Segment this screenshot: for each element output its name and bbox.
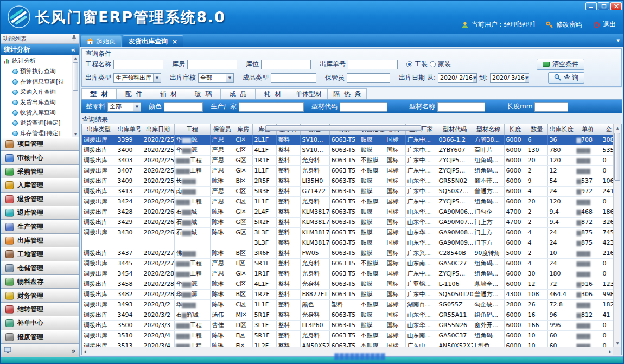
radio-jiazhuang[interactable] (430, 61, 436, 67)
column-header[interactable]: 型材代码 (437, 124, 473, 135)
audit-select[interactable]: 全部▼ (198, 73, 234, 83)
column-header[interactable]: 保管员 (210, 124, 234, 135)
table-row[interactable]: 调拨出库33992020/2/25华▆▆源严思C区2L1F整料SV10...60… (82, 135, 613, 145)
tab-home[interactable]: 起始页 (81, 35, 122, 47)
length-input[interactable] (534, 102, 568, 112)
profile-code-input[interactable] (340, 102, 387, 112)
material-tab[interactable]: 单体型材 (290, 88, 327, 99)
material-tab[interactable]: 耗 材 (255, 88, 290, 99)
tab-list-dropdown-icon[interactable]: ▾ (616, 37, 620, 44)
scroll-thumb[interactable] (73, 62, 78, 91)
material-tab[interactable]: 隔 热 条 (327, 88, 367, 99)
column-header[interactable]: 出库类型 (82, 124, 116, 135)
column-header[interactable]: 出库日期 (142, 124, 174, 135)
table-row[interactable]: 调拨出库34452020/2/27▆▆▆工程严思F区5R1F整料光身料6063-… (82, 258, 613, 269)
table-row[interactable]: 调拨出库34292020/2/26石▆▆城陈琳G区5R2F整料KLM381760… (82, 217, 613, 227)
table-row[interactable]: 调拨出库34942020/3/2石▆辉城汤伟M区5R1F整料光身料6063-T5… (82, 310, 613, 320)
material-tab[interactable]: 玻 璃 (186, 88, 220, 99)
radio-jiazhuang-label[interactable]: 家装 (438, 60, 451, 69)
column-header[interactable]: 库房 (234, 124, 252, 135)
tree-scrollbar[interactable]: ▲ ▼ (72, 55, 79, 137)
radio-gongzhuang-label[interactable]: 工装 (415, 60, 428, 69)
column-header[interactable]: 型材名称 (473, 124, 504, 135)
scroll-right-icon[interactable]: ▶ (609, 349, 612, 353)
radio-gongzhuang[interactable] (406, 61, 412, 67)
color-input[interactable] (164, 102, 203, 112)
module-audit[interactable]: 审核中心 (1, 151, 79, 164)
table-row[interactable]: 调拨出库34092020/2/25长▆▆▆陈琳B区2R5F整料LI35H0606… (82, 176, 613, 186)
warehouse-input[interactable] (187, 60, 237, 69)
horizontal-scroll-thumb[interactable] (265, 125, 422, 131)
scroll-down-icon[interactable]: ▼ (616, 341, 619, 345)
table-row[interactable]: 调拨出库34582020/2/28华▆▆源陈琳C区4L1F整料光身料6063-T… (82, 279, 613, 289)
material-tab[interactable]: 配 件 (116, 88, 151, 99)
scroll-down-icon[interactable]: ▼ (74, 132, 77, 136)
more-buttons-chevron[interactable]: » (71, 347, 75, 355)
sidebar-section-header[interactable]: 统计分析 « (1, 44, 79, 55)
tree-item[interactable]: 发货出库查询 (2, 97, 71, 107)
computer-icon[interactable] (4, 347, 11, 355)
column-header[interactable]: 单价 (575, 124, 601, 135)
tab-close-icon[interactable]: × (172, 38, 177, 46)
date-to-select[interactable]: 2020/ 3/16▼ (490, 73, 529, 83)
tree-item[interactable]: 收货入库查询 (2, 107, 71, 118)
table-row[interactable]: 调拨出库34822020/2/28华▆▆源陈琳B区1R2F整料F8877FT60… (82, 289, 613, 299)
pin-icon[interactable] (72, 35, 77, 43)
module-production[interactable]: 生产管理 (1, 220, 79, 233)
table-row[interactable]: 调拨出库35002020/3/3▆▆▆工程曹佳D区3L1F整料LT3P60606… (82, 320, 613, 330)
module-finance[interactable]: 财务管理 (1, 289, 79, 302)
column-header[interactable]: 出库长度 (547, 124, 575, 135)
scroll-up-icon[interactable]: ▲ (616, 126, 619, 130)
tree-item[interactable]: 退货查询[待定] (2, 118, 71, 128)
module-project[interactable]: 项目管理 (1, 137, 79, 151)
minimize-button[interactable] (585, 2, 597, 10)
tree-item[interactable]: 在途信息查询[待 (2, 76, 71, 87)
project-name-input[interactable] (113, 60, 163, 69)
close-button[interactable] (610, 2, 622, 10)
module-scrap[interactable]: 报废管理 (1, 330, 79, 344)
module-purchase[interactable]: 采购管理 (1, 165, 79, 178)
order-no-input[interactable] (348, 60, 398, 69)
material-tab[interactable]: 辅 材 (151, 88, 186, 99)
material-tab[interactable]: 成 品 (220, 88, 255, 99)
tree-item[interactable]: 预算执行查询 (2, 66, 71, 76)
column-header[interactable]: 出库单号 (116, 124, 142, 135)
table-row[interactable]: 调拨出库34032020/2/25▆▆▆工程严思G区1R1F整料光身料6063-… (82, 155, 613, 165)
scroll-left-icon[interactable]: ◀ (84, 349, 86, 353)
profile-name-input[interactable] (437, 102, 485, 112)
tree-root-statistics[interactable]: 统计分析 (2, 56, 71, 66)
module-inbound[interactable]: 入库管理 (1, 178, 79, 192)
scroll-up-icon[interactable]: ▲ (74, 56, 77, 60)
table-row[interactable]: 调拨出库35102020/3/4▆▆▆工程陈琳F区5R1F整料光身料6063-T… (82, 330, 613, 341)
table-row[interactable]: 3L3F整料KLM38176063-T5贴膜国标山东华...GA90M09...… (82, 238, 613, 248)
change-password-link[interactable]: 修改密码 (556, 20, 582, 29)
table-row[interactable]: 调拨出库34302020/2/26石▆▆城陈琳G区3L3F整料KLM381760… (82, 227, 613, 238)
table-row[interactable]: 调拨出库34002020/2/25华▆▆源严思C区4L1F整料SV10...60… (82, 145, 613, 155)
module-return-store[interactable]: 退库管理 (1, 206, 79, 220)
date-from-select[interactable]: 2020/ 2/16▼ (438, 73, 477, 83)
table-row[interactable]: 调拨出库34542020/2/28▆▆▆工程严思G区1R1F整料光身料6063-… (82, 269, 613, 279)
keeper-input[interactable] (347, 73, 390, 83)
manufacturer-input[interactable] (239, 102, 304, 112)
tree-item[interactable]: 库存管理[待定] (2, 128, 71, 137)
column-header[interactable]: 数量 (526, 124, 547, 135)
material-tab[interactable]: 型 材 (81, 88, 116, 99)
vertical-scroll-thumb[interactable] (614, 133, 620, 181)
table-row[interactable]: 调拨出库34072020/2/25▆▆▆工程严思G区1L1F整料光身料6063-… (82, 165, 613, 176)
clear-conditions-button[interactable]: 清空条件 (537, 59, 584, 70)
column-header[interactable]: 长度 (504, 124, 526, 135)
table-row[interactable]: 调拨出库34372020/2/27佛▆▆▆陈琳B区3R6F整料FW056063-… (82, 248, 613, 258)
module-carryover[interactable]: 结转管理 (1, 303, 79, 316)
module-supplement[interactable]: 补单中心 (1, 316, 79, 330)
search-button[interactable]: 查 询 (548, 72, 584, 84)
collapse-icon[interactable]: « (71, 46, 75, 54)
module-outbound[interactable]: 出库管理 (1, 234, 79, 247)
out-type-select[interactable]: 生产领料出库▼ (113, 73, 161, 83)
column-header[interactable]: 金 (601, 124, 613, 135)
column-header[interactable]: 工程 (174, 124, 210, 135)
tab-shipping-outbound-query[interactable]: 发货出库查询 × (123, 35, 183, 47)
module-stocktake[interactable]: 物料盘存 (1, 275, 79, 289)
maximize-button[interactable] (598, 2, 609, 10)
product-type-input[interactable] (271, 73, 316, 83)
location-input[interactable] (261, 60, 311, 69)
